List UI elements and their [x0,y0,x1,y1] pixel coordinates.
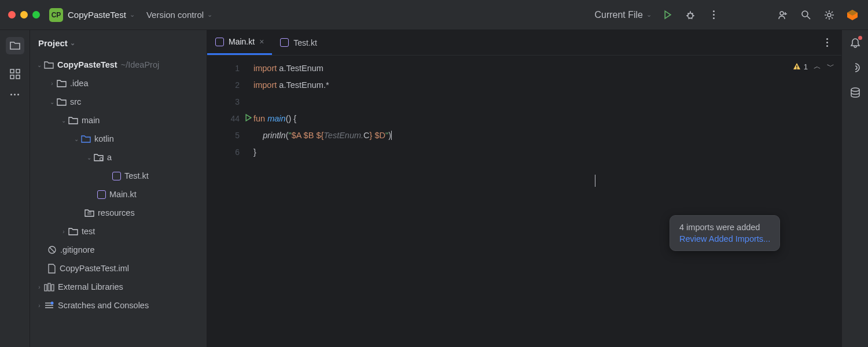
tree-item-main[interactable]: ⌄main [31,111,207,130]
project-tool-button[interactable] [6,37,24,54]
tree-item-idea[interactable]: ›.idea [31,74,207,93]
kotlin-file-icon [280,38,289,47]
svg-rect-15 [796,68,797,69]
titlebar: CP CopyPasteTest ⌄ Version control⌄ Curr… [0,0,868,30]
project-panel-header[interactable]: Project ⌄ [30,30,207,56]
svg-point-16 [851,88,859,91]
svg-rect-6 [10,75,14,79]
review-imports-link[interactable]: Review Added Imports... [679,234,770,243]
svg-rect-10 [45,285,47,291]
ide-logo-icon[interactable] [845,8,860,23]
more-tools-icon[interactable] [10,94,19,95]
version-control-menu[interactable]: Version control⌄ [146,10,212,20]
svg-point-8 [100,158,103,161]
tab-main-kt[interactable]: Main.kt × [207,30,272,55]
imports-popup: 4 imports were added Review Added Import… [670,215,780,251]
svg-point-13 [51,301,54,304]
tree-item-main-kt[interactable]: Main.kt [31,185,207,204]
editor: Main.kt × Test.kt 1 2 3 44 5 6 import a.… [207,30,841,347]
more-actions-icon[interactable] [706,8,721,23]
svg-point-2 [802,11,808,17]
svg-rect-5 [16,69,20,73]
svg-point-3 [827,13,831,17]
tree-item-test[interactable]: ›test [31,222,207,241]
tree-root[interactable]: ⌄CopyPasteTest~/IdeaProj [31,56,207,74]
maximize-window-icon[interactable] [32,11,40,19]
code-with-me-icon[interactable] [775,8,790,23]
svg-rect-14 [796,65,797,68]
project-name[interactable]: CopyPasteTest [68,10,126,20]
project-tree: ⌄CopyPasteTest~/IdeaProj ›.idea ⌄src ⌄ma… [30,56,207,315]
close-window-icon[interactable] [8,11,16,19]
kotlin-file-icon [215,38,224,46]
tree-item-resources[interactable]: resources [31,204,207,222]
right-tool-rail [841,30,868,347]
project-badge: CP [49,8,63,22]
close-tab-icon[interactable]: × [259,37,264,46]
tree-item-test-kt[interactable]: Test.kt [31,167,207,185]
svg-point-1 [780,12,784,15]
tree-item-gitignore[interactable]: .gitignore [31,241,207,259]
structure-tool-button[interactable] [9,68,21,80]
settings-icon[interactable] [822,8,837,23]
run-line-icon[interactable] [245,114,252,121]
run-button[interactable] [660,8,675,23]
gutter: 1 2 3 44 5 6 [207,56,253,347]
database-icon[interactable] [849,87,861,98]
run-config-selector[interactable]: Current File⌄ [594,10,652,20]
notifications-icon[interactable] [849,37,861,49]
chevron-down-icon[interactable]: ⌄ [130,11,135,19]
tree-item-kotlin[interactable]: ⌄kotlin [31,130,207,148]
code-area[interactable]: import a.TestEnum import a.TestEnum.* fu… [253,56,841,347]
warning-count: 1 [804,62,808,71]
svg-rect-12 [52,285,54,291]
left-tool-rail [0,30,30,347]
minimize-window-icon[interactable] [20,11,28,19]
tree-external-libraries[interactable]: ›External Libraries [31,278,207,296]
svg-rect-7 [16,75,20,79]
text-cursor-icon [595,175,595,187]
project-panel: Project ⌄ ⌄CopyPasteTest~/IdeaProj ›.ide… [30,30,207,347]
tree-scratches[interactable]: ›Scratches and Consoles [31,296,207,315]
popup-message: 4 imports were added [679,223,770,232]
svg-rect-11 [48,283,50,291]
tab-more-icon[interactable] [819,35,834,50]
search-icon[interactable] [799,8,814,23]
tree-item-iml[interactable]: CopyPasteTest.iml [31,259,207,278]
window-controls [8,11,40,19]
inspection-up-icon[interactable]: ︿ [814,61,821,72]
debug-button[interactable] [683,8,698,23]
editor-tabs: Main.kt × Test.kt [207,30,841,56]
tree-item-package-a[interactable]: ⌄a [31,148,207,167]
inspection-widget[interactable]: 1 ︿ ﹀ [792,61,834,72]
tab-test-kt[interactable]: Test.kt [272,30,325,55]
ai-assistant-icon[interactable] [849,61,862,74]
inspection-down-icon[interactable]: ﹀ [827,61,834,72]
tree-item-src[interactable]: ⌄src [31,93,207,111]
svg-rect-4 [10,69,14,73]
